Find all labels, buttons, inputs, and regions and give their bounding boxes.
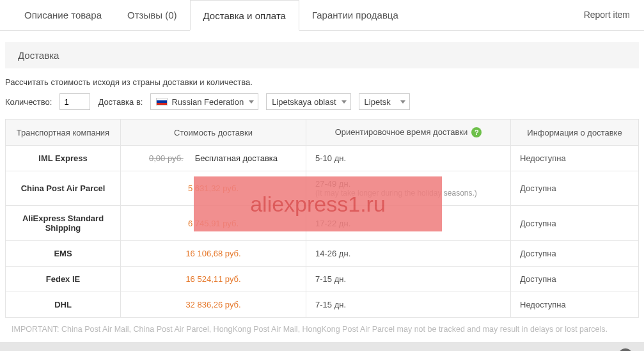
important-note: IMPORTANT: China Post Air Mail, China Po… [0,318,644,342]
report-item-link[interactable]: Report item [584,10,630,20]
table-row: IML Express0,00 руб.Бесплатная доставка5… [6,146,639,171]
th-cost: Стоимость доставки [121,120,306,146]
table-row: DHL32 836,26 руб.7-15 дн.Недоступна [6,292,639,318]
watermark-overlay: aliexpress1.ru [194,176,442,231]
table-row: Fedex IE16 524,11 руб.7-15 дн.Доступна [6,267,639,292]
cell-info: Доступна [511,241,639,267]
cell-info: Недоступна [511,146,639,171]
quantity-input[interactable] [59,93,90,110]
cell-info: Недоступна [511,292,639,318]
calc-instructions: Рассчитать стоимость исходя из страны до… [0,68,644,93]
country-select[interactable]: Russian Federation [150,93,258,110]
tabs-bar: Описание товара Отзывы (0) Доставка и оп… [0,0,644,31]
cell-company: IML Express [6,146,121,171]
recently-viewed-bar[interactable]: Недавно просмотренное ▲ [0,342,644,352]
tab-reviews[interactable]: Отзывы (0) [114,0,189,30]
cell-time: 7-15 дн. [306,267,511,292]
watermark-text: aliexpress1.ru [250,192,386,217]
cell-company: AliExpress Standard Shipping [6,206,121,241]
help-icon[interactable]: ? [471,127,482,137]
shipping-controls: Количество: Доставка в: Russian Federati… [0,93,644,119]
cell-time: 14-26 дн. [306,241,511,267]
cell-cost: 16 106,68 руб. [121,241,306,267]
tab-description[interactable]: Описание товара [12,0,114,30]
region-select[interactable]: Lipetskaya oblast [266,93,350,110]
cell-company: Fedex IE [6,267,121,292]
cell-cost: 0,00 руб.Бесплатная доставка [121,146,306,171]
table-row: EMS16 106,68 руб.14-26 дн.Доступна [6,241,639,267]
quantity-label: Количество: [5,97,52,107]
cell-company: China Post Air Parcel [6,171,121,206]
city-select[interactable]: Lipetsk [359,93,410,110]
flag-icon [156,98,168,105]
city-value: Lipetsk [365,97,391,107]
cell-time: 7-15 дн. [306,292,511,318]
chevron-up-icon: ▲ [618,348,632,352]
tab-shipping-payment[interactable]: Доставка и оплата [190,0,299,31]
cell-company: DHL [6,292,121,318]
th-time: Ориентировочное время доставки? [306,120,511,146]
section-title-shipping: Доставка [5,42,639,68]
shipto-label: Доставка в: [98,97,143,107]
cell-cost: 32 836,26 руб. [121,292,306,318]
cell-info: Доступна [511,267,639,292]
cell-time: 5-10 дн. [306,146,511,171]
th-info: Информация о доставке [511,120,639,146]
th-company: Транспортная компания [6,120,121,146]
tab-seller-guarantees[interactable]: Гарантии продавца [299,0,411,30]
cell-cost: 16 524,11 руб. [121,267,306,292]
region-value: Lipetskaya oblast [272,97,336,107]
country-value: Russian Federation [171,97,244,107]
cell-info: Доступна [511,206,639,241]
cell-company: EMS [6,241,121,267]
cell-info: Доступна [511,171,639,206]
